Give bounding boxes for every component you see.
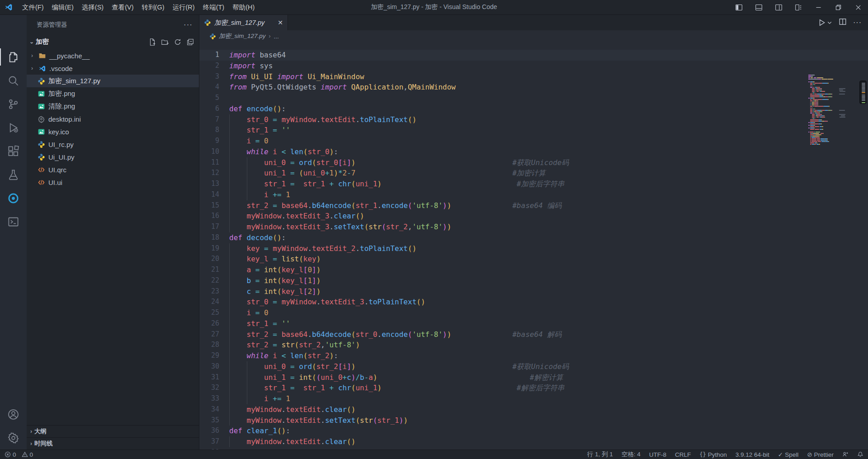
collapse-all-icon[interactable]	[186, 38, 194, 46]
notifications-bell[interactable]	[857, 451, 863, 458]
folder-section-header[interactable]: ⌄ 加密	[27, 34, 199, 49]
file-item-加密_sim_127.py[interactable]: 加密_sim_127.py	[27, 75, 199, 87]
code-line[interactable]: 15 str_2 = base64.b64encode(str_1.encode…	[199, 200, 868, 211]
minimap[interactable]	[808, 75, 845, 145]
menu-g[interactable]: 转到(G)	[138, 0, 169, 15]
menu-f[interactable]: 文件(F)	[18, 0, 48, 15]
customize-layout-icon[interactable]	[788, 0, 808, 15]
layout-sidebar-right-icon[interactable]	[769, 0, 788, 15]
end-of-line[interactable]: CRLF	[675, 451, 691, 458]
problems-errors[interactable]: 0	[5, 451, 16, 458]
breadcrumb-file[interactable]: 加密_sim_127.py	[219, 32, 266, 40]
refresh-icon[interactable]	[174, 38, 182, 46]
code-line[interactable]: 33 i += 1	[199, 393, 868, 404]
code-line[interactable]: 37 myWindow.textEdit.clear()	[199, 436, 868, 447]
code-line[interactable]: 26 str_1 = ''	[199, 318, 868, 329]
code-line[interactable]: 34 myWindow.textEdit.clear()	[199, 404, 868, 415]
activity-bar-explorer[interactable]	[0, 45, 27, 69]
file-item-key.ico[interactable]: key.ico	[27, 125, 199, 138]
feedback-button[interactable]	[842, 451, 849, 458]
layout-panel-icon[interactable]	[749, 0, 769, 15]
spell-checker-status[interactable]: ✓ Spell	[778, 451, 798, 458]
split-editor-button[interactable]	[839, 18, 847, 28]
file-item-ui.qrc[interactable]: UI.qrc	[27, 163, 199, 176]
code-line[interactable]: 1import base64	[199, 50, 868, 61]
problems-warnings[interactable]: 0	[22, 451, 33, 458]
menu-h[interactable]: 帮助(H)	[228, 0, 259, 15]
outline-section[interactable]: › 大纲	[27, 425, 199, 437]
code-line[interactable]: 6def encode():	[199, 104, 868, 114]
code-line[interactable]: 31 uni_1 = int((uni_0+c)/b-a) #解密计算	[199, 372, 868, 383]
layout-sidebar-icon[interactable]	[729, 0, 749, 15]
menu-t[interactable]: 终端(T)	[199, 0, 229, 15]
minimize-button[interactable]	[808, 0, 828, 15]
overview-ruler[interactable]	[859, 80, 867, 104]
code-line[interactable]: 13 str_1 = str_1 + chr(uni_1) #加密后字符串	[199, 179, 868, 189]
python-interpreter[interactable]: 3.9.12 64-bit	[736, 451, 769, 458]
file-item-加密.png[interactable]: 加密.png	[27, 87, 199, 100]
code-line[interactable]: 36def clear_1():	[199, 426, 868, 436]
code-line[interactable]: 7 str_0 = myWindow.textEdit.toPlainText(…	[199, 114, 868, 125]
code-line[interactable]: 32 str_1 = str_1 + chr(uni_1) #解密后字符串	[199, 383, 868, 393]
code-line[interactable]: 9 i = 0	[199, 136, 868, 147]
activity-bar-testing[interactable]	[0, 163, 27, 186]
code-line[interactable]: 5	[199, 93, 868, 104]
editor-more-actions-button[interactable]: ···	[853, 19, 862, 27]
activity-bar-python-environments[interactable]	[0, 186, 27, 210]
code-line[interactable]: 38def clear_2():	[199, 447, 868, 450]
menu-v[interactable]: 查看(V)	[108, 0, 137, 15]
cursor-position[interactable]: 行 1, 列 1	[587, 450, 613, 459]
code-line[interactable]: 10 while i < len(str_0):	[199, 147, 868, 157]
explorer-more-actions-button[interactable]: ···	[184, 20, 193, 29]
code-line[interactable]: 16 myWindow.textEdit_3.clear()	[199, 211, 868, 222]
tab-close-icon[interactable]: ✕	[278, 19, 283, 26]
file-item-ui_ui.py[interactable]: Ui_UI.py	[27, 151, 199, 163]
encoding[interactable]: UTF-8	[649, 451, 666, 458]
timeline-section[interactable]: › 时间线	[27, 437, 199, 450]
menu-e[interactable]: 编辑(E)	[48, 0, 78, 15]
activity-bar-settings[interactable]	[0, 426, 27, 450]
file-item-__pycache__[interactable]: ›__pycache__	[27, 49, 199, 62]
activity-bar-accounts[interactable]	[0, 402, 27, 426]
code-line[interactable]: 11 uni_0 = ord(str_0[i]) #获取Unicode码	[199, 157, 868, 168]
restore-button[interactable]	[828, 0, 848, 15]
code-line[interactable]: 27 str_2 = base64.b64decode(str_0.encode…	[199, 329, 868, 340]
activity-bar-search[interactable]	[0, 69, 27, 92]
code-line[interactable]: 3from Ui_UI import Ui_MainWindow	[199, 71, 868, 82]
code-editor[interactable]: 1import base642import sys3from Ui_UI imp…	[199, 42, 868, 450]
code-line[interactable]: 30 uni_0 = ord(str_2[i]) #获取Unicode码	[199, 361, 868, 372]
code-line[interactable]: 2import sys	[199, 61, 868, 71]
code-line[interactable]: 25 i = 0	[199, 308, 868, 318]
code-line[interactable]: 29 while i < len(str_2):	[199, 350, 868, 361]
activity-bar-terminal-view[interactable]	[0, 210, 27, 233]
file-item-ui_rc.py[interactable]: UI_rc.py	[27, 138, 199, 151]
new-folder-icon[interactable]	[161, 38, 169, 46]
menu-s[interactable]: 选择(S)	[78, 0, 108, 15]
file-item-ui.ui[interactable]: UI.ui	[27, 176, 199, 189]
code-line[interactable]: 20 key_l = list(key)	[199, 254, 868, 265]
code-line[interactable]: 4from PyQt5.QtWidgets import QApplicatio…	[199, 82, 868, 93]
breadcrumb-symbol[interactable]: ...	[274, 33, 279, 40]
prettier-status[interactable]: ⊘ Prettier	[807, 451, 834, 458]
code-line[interactable]: 23 c = int(key_l[2])	[199, 286, 868, 297]
tab-active-file[interactable]: 加密_sim_127.py ✕	[199, 15, 288, 30]
language-mode[interactable]: {} Python	[699, 451, 726, 458]
close-button[interactable]	[848, 0, 868, 15]
code-line[interactable]: 14 i += 1	[199, 189, 868, 200]
indentation[interactable]: 空格: 4	[622, 450, 641, 459]
file-item-清除.png[interactable]: 清除.png	[27, 100, 199, 113]
new-file-icon[interactable]	[148, 38, 156, 46]
code-line[interactable]: 12 uni_1 = (uni_0+1)*2-7 #加密计算	[199, 168, 868, 179]
activity-bar-extensions[interactable]	[0, 139, 27, 163]
code-line[interactable]: 8 str_1 = ''	[199, 125, 868, 136]
code-line[interactable]: 28 str_2 = str(str_2,'utf-8')	[199, 340, 868, 350]
file-item-desktop.ini[interactable]: desktop.ini	[27, 113, 199, 125]
code-line[interactable]: 19 key = myWindow.textEdit_2.toPlainText…	[199, 243, 868, 254]
activity-bar-source-control[interactable]	[0, 92, 27, 116]
code-line[interactable]: 21 a = int(key_l[0])	[199, 265, 868, 275]
code-line[interactable]: 35 myWindow.textEdit.setText(str(str_1))	[199, 415, 868, 426]
code-line[interactable]: 24 str_0 = myWindow.textEdit_3.toPlainTe…	[199, 297, 868, 308]
code-line[interactable]: 17 myWindow.textEdit_3.setText(str(str_2…	[199, 222, 868, 232]
code-line[interactable]: 22 b = int(key_l[1])	[199, 275, 868, 286]
run-python-file-button[interactable]	[818, 19, 832, 27]
